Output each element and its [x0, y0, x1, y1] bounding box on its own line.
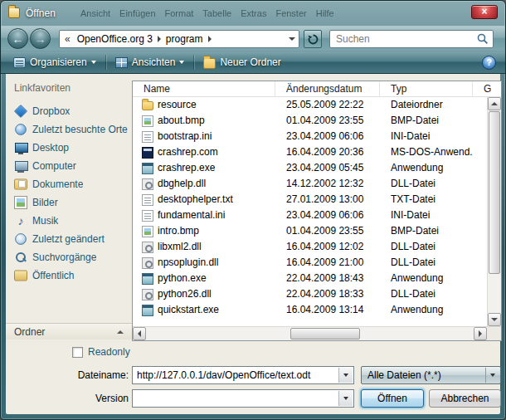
breadcrumb[interactable]: « OpenOffice.org 3program: [59, 30, 299, 48]
scroll-right-button[interactable]: [474, 327, 487, 340]
filename-combobox[interactable]: [132, 366, 354, 384]
favorites-header: Linkfavoriten: [14, 82, 132, 94]
scroll-up-button[interactable]: [488, 97, 501, 110]
breadcrumb-item[interactable]: OpenOffice.org 3: [74, 33, 156, 45]
file-date-cell: 25.05.2009 22:22: [275, 97, 380, 113]
refresh-button[interactable]: [304, 30, 322, 48]
arrow-right-icon: [479, 330, 482, 337]
horizontal-scrollbar[interactable]: [133, 327, 487, 340]
file-name-cell: dbghelp.dll: [133, 176, 275, 192]
sidebar-item[interactable]: Zuletzt besuchte Orte: [14, 120, 132, 139]
dll-icon: [142, 289, 153, 300]
file-size-cell: [473, 144, 487, 160]
open-button[interactable]: Öffnen: [361, 389, 424, 408]
close-button[interactable]: ×: [471, 5, 498, 19]
file-row[interactable]: python.exe22.04.2009 18:43Anwendung: [133, 271, 487, 286]
file-name-cell: about.bmp: [133, 113, 275, 129]
vertical-scroll-thumb[interactable]: [489, 111, 500, 274]
file-row[interactable]: resource25.05.2009 22:22Dateiordner: [133, 97, 487, 113]
new-folder-button[interactable]: Neuer Ordner: [196, 54, 288, 71]
filetype-combobox[interactable]: Alle Dateien (*.*): [361, 366, 501, 384]
file-row[interactable]: crashrep.exe23.04.2009 05:45Anwendung: [133, 160, 487, 176]
file-row[interactable]: quickstart.exe16.04.2009 13:14Anwendung: [133, 302, 487, 318]
file-row[interactable]: fundamental.ini23.04.2009 06:06INI-Datei: [133, 208, 487, 223]
horizontal-scroll-track[interactable]: [146, 327, 474, 340]
forward-button[interactable]: →: [30, 28, 51, 49]
horizontal-scroll-thumb[interactable]: [290, 328, 360, 339]
column-header[interactable]: Typ: [380, 81, 473, 96]
file-row[interactable]: crashrep.com16.04.2009 20:36MS-DOS-Anwen…: [133, 144, 487, 160]
txt-icon: [142, 194, 153, 206]
file-type-cell: MS-DOS-Anwend...: [380, 144, 473, 160]
sidebar-item-label: Suchvorgänge: [32, 252, 96, 263]
file-row[interactable]: intro.bmp01.04.2009 23:55BMP-Datei: [133, 223, 487, 239]
file-name: desktophelper.txt: [158, 192, 233, 208]
sidebar-item[interactable]: Bilder: [14, 193, 132, 212]
file-size-cell: [473, 176, 487, 192]
organize-button[interactable]: Organisieren: [6, 54, 104, 71]
breadcrumb-item[interactable]: program: [163, 33, 207, 45]
file-name-cell: desktophelper.txt: [133, 192, 275, 208]
file-name-cell: crashrep.exe: [133, 160, 275, 176]
file-row[interactable]: npsoplugin.dll16.04.2009 21:00DLL-Datei: [133, 255, 487, 271]
title-bar[interactable]: Öffnen AnsichtEinfügenFormatTabelleExtra…: [1, 1, 505, 26]
file-date-cell: 22.04.2009 18:43: [275, 271, 380, 286]
sidebar-item[interactable]: ♪Musik: [14, 212, 132, 230]
views-button[interactable]: Ansichten: [108, 54, 192, 71]
address-history-dropdown-icon[interactable]: [289, 37, 295, 41]
breadcrumb-separator-icon[interactable]: [208, 36, 212, 42]
file-row[interactable]: bootstrap.ini23.04.2009 06:06INI-Datei: [133, 129, 487, 144]
file-name: about.bmp: [158, 113, 205, 129]
search-input[interactable]: [334, 32, 477, 46]
bmp-icon: [142, 115, 153, 127]
scroll-down-button[interactable]: [488, 313, 501, 326]
window-icon: [8, 7, 20, 18]
file-row[interactable]: python26.dll22.04.2009 18:33DLL-Datei: [133, 286, 487, 302]
column-header[interactable]: G: [473, 81, 501, 96]
breadcrumb-separator-icon[interactable]: [158, 36, 161, 42]
file-row[interactable]: libxml2.dll16.04.2009 12:02DLL-Datei: [133, 239, 487, 255]
vertical-scrollbar[interactable]: [487, 97, 501, 326]
help-button[interactable]: ?: [482, 56, 496, 70]
breadcrumb-overflow-chevron[interactable]: «: [65, 33, 71, 45]
dll-icon: [142, 242, 153, 253]
readonly-row: Readonly: [72, 346, 130, 358]
search-icon[interactable]: [477, 33, 489, 45]
back-button[interactable]: ←: [7, 28, 28, 49]
sidebar-item[interactable]: Dropbox: [14, 102, 132, 120]
sidebar-item[interactable]: Suchvorgänge: [14, 248, 132, 266]
column-header[interactable]: Änderungsdatum: [275, 81, 380, 96]
file-type-cell: DLL-Datei: [380, 239, 473, 255]
file-size-cell: [473, 160, 487, 176]
file-type-cell: DLL-Datei: [380, 286, 473, 302]
exe-icon: [142, 163, 153, 174]
column-header[interactable]: Name: [133, 81, 275, 96]
dos-icon: [142, 147, 153, 159]
file-row[interactable]: about.bmp01.04.2009 23:55BMP-Datei: [133, 113, 487, 129]
file-row[interactable]: desktophelper.txt27.01.2009 13:00TXT-Dat…: [133, 192, 487, 208]
file-type-cell: Anwendung: [380, 271, 473, 286]
sidebar-item[interactable]: Zuletzt geändert: [14, 230, 132, 248]
sidebar-item[interactable]: Dokumente: [14, 175, 132, 193]
sidebar-item[interactable]: Öffentlich: [14, 266, 132, 285]
version-dropdown-button[interactable]: [338, 391, 353, 406]
file-name-cell: resource: [133, 97, 275, 113]
scroll-left-button[interactable]: [133, 327, 146, 340]
readonly-checkbox[interactable]: [72, 347, 83, 358]
file-size-cell: [473, 239, 487, 255]
search-box[interactable]: [329, 30, 494, 48]
sidebar-item[interactable]: Desktop: [14, 139, 132, 157]
cancel-button[interactable]: Abbrechen: [429, 389, 501, 408]
version-input[interactable]: [133, 393, 353, 404]
version-combobox[interactable]: [132, 389, 354, 408]
filename-input[interactable]: [133, 369, 353, 381]
filename-dropdown-button[interactable]: [338, 368, 353, 383]
views-icon: [115, 57, 128, 68]
breadcrumb-segments: OpenOffice.org 3program: [74, 33, 289, 45]
file-row[interactable]: dbghelp.dll14.12.2002 12:32DLL-Datei: [133, 176, 487, 192]
chevron-up-icon: [117, 330, 124, 334]
filetype-dropdown-button[interactable]: [485, 368, 499, 383]
folders-expander[interactable]: Ordner: [6, 323, 132, 339]
file-type-cell: BMP-Datei: [380, 223, 473, 239]
sidebar-item[interactable]: Computer: [14, 157, 132, 175]
